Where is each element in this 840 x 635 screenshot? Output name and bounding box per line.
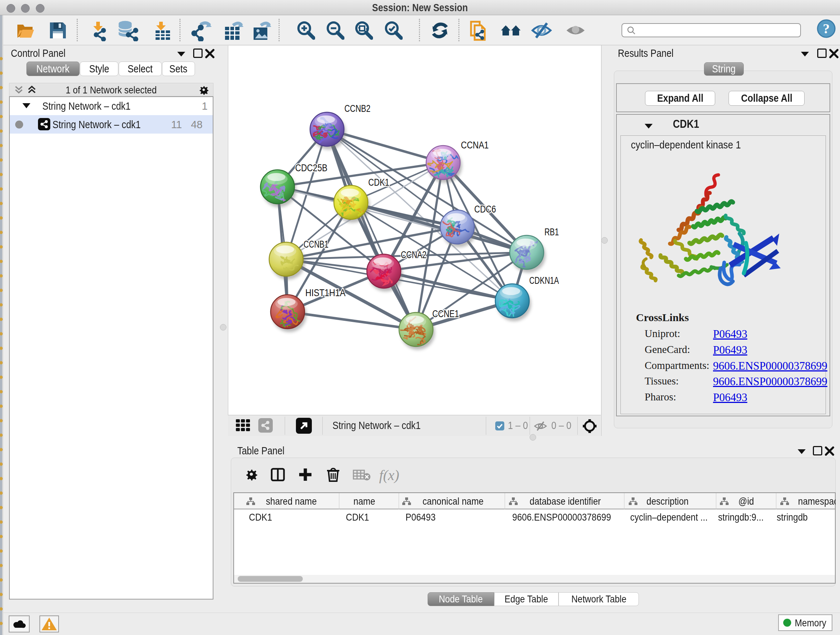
svg-text:?: ? [823,21,830,36]
svg-text:RB1: RB1 [545,226,559,238]
svg-text:CCNA2: CCNA2 [401,249,426,260]
svg-text:CCNE1: CCNE1 [432,309,459,319]
svg-text:CDC6: CDC6 [474,204,496,215]
svg-text:CCNA1: CCNA1 [461,140,489,150]
svg-text:CDK1: CDK1 [368,177,389,188]
svg-text:HIST1H1A: HIST1H1A [305,287,346,298]
svg-text:CDKN1A: CDKN1A [529,275,559,286]
svg-text:CCNB2: CCNB2 [344,103,370,114]
svg-text:CCNB1: CCNB1 [303,239,328,250]
svg-text:CDC25B: CDC25B [295,163,327,173]
